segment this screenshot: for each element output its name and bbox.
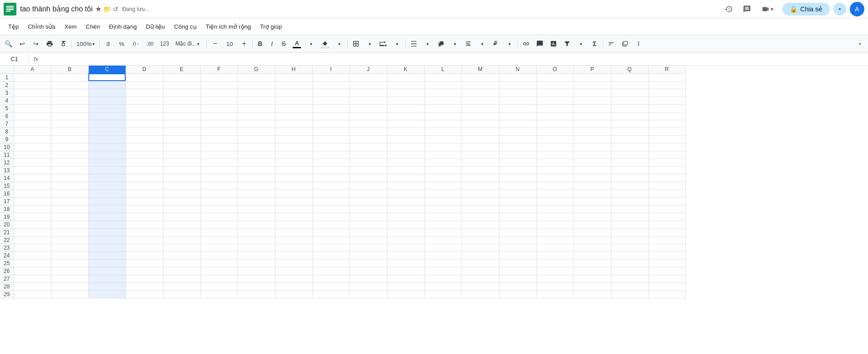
cell-A23[interactable] <box>14 244 51 251</box>
menu-extensions[interactable]: Tiện ích mở rộng <box>201 21 255 32</box>
cell-C10[interactable] <box>88 143 126 151</box>
cell-J14[interactable] <box>350 174 387 182</box>
cell-H1[interactable] <box>275 73 312 81</box>
cell-Q2[interactable] <box>611 81 648 89</box>
cell-C17[interactable] <box>88 197 126 205</box>
cell-O1[interactable] <box>536 73 574 81</box>
cell-P21[interactable] <box>574 228 611 236</box>
cell-P26[interactable] <box>574 267 611 275</box>
cell-O14[interactable] <box>536 174 574 182</box>
cell-A18[interactable] <box>14 205 51 213</box>
cell-H19[interactable] <box>275 213 312 221</box>
cell-I24[interactable] <box>312 251 350 259</box>
cell-O3[interactable] <box>536 89 574 97</box>
cell-C24[interactable] <box>88 251 126 259</box>
redo-btn[interactable]: ↪ <box>30 37 42 50</box>
cell-R26[interactable] <box>648 267 685 275</box>
col-header-P[interactable]: P <box>574 66 611 73</box>
formula-input[interactable] <box>41 55 866 63</box>
row-number-29[interactable]: 29 <box>0 290 14 298</box>
cell-J6[interactable] <box>350 112 387 120</box>
cell-K28[interactable] <box>387 282 424 290</box>
cell-I25[interactable] <box>312 259 350 267</box>
cell-N12[interactable] <box>499 159 536 166</box>
cell-F19[interactable] <box>200 213 238 221</box>
cell-H5[interactable] <box>275 104 312 112</box>
cell-C27[interactable] <box>88 275 126 282</box>
cell-M17[interactable] <box>462 197 499 205</box>
cell-P7[interactable] <box>574 120 611 128</box>
cell-O5[interactable] <box>536 104 574 112</box>
cell-J21[interactable] <box>350 228 387 236</box>
cell-A11[interactable] <box>14 151 51 159</box>
cell-Q21[interactable] <box>611 228 648 236</box>
cell-O9[interactable] <box>536 135 574 143</box>
cell-L2[interactable] <box>424 81 462 89</box>
row-number-8[interactable]: 8 <box>0 128 14 135</box>
cell-H20[interactable] <box>275 221 312 228</box>
row-number-7[interactable]: 7 <box>0 120 14 128</box>
cell-J24[interactable] <box>350 251 387 259</box>
cell-H4[interactable] <box>275 97 312 104</box>
cell-O19[interactable] <box>536 213 574 221</box>
cell-L6[interactable] <box>424 112 462 120</box>
cell-F14[interactable] <box>200 174 238 182</box>
currency-btn[interactable]: đ <box>102 37 114 50</box>
cell-M7[interactable] <box>462 120 499 128</box>
cell-F9[interactable] <box>200 135 238 143</box>
bold-btn[interactable]: B <box>254 37 265 50</box>
cell-D24[interactable] <box>126 251 163 259</box>
cell-K5[interactable] <box>387 104 424 112</box>
cell-A12[interactable] <box>14 159 51 166</box>
cell-M10[interactable] <box>462 143 499 151</box>
cell-Q3[interactable] <box>611 89 648 97</box>
cell-A10[interactable] <box>14 143 51 151</box>
cell-E13[interactable] <box>163 166 200 174</box>
cell-L20[interactable] <box>424 221 462 228</box>
cell-R14[interactable] <box>648 174 685 182</box>
cell-M26[interactable] <box>462 267 499 275</box>
cell-N8[interactable] <box>499 128 536 135</box>
cell-E1[interactable] <box>163 73 200 81</box>
cell-H24[interactable] <box>275 251 312 259</box>
col-header-C[interactable]: C <box>88 66 126 73</box>
cell-G23[interactable] <box>238 244 275 251</box>
cell-M8[interactable] <box>462 128 499 135</box>
cell-C20[interactable] <box>88 221 126 228</box>
avatar[interactable]: A <box>850 2 864 16</box>
cell-C14[interactable] <box>88 174 126 182</box>
row-number-19[interactable]: 19 <box>0 213 14 221</box>
cell-D19[interactable] <box>126 213 163 221</box>
cell-H22[interactable] <box>275 236 312 244</box>
cell-Q17[interactable] <box>611 197 648 205</box>
borders-dropdown[interactable]: ▾ <box>363 37 376 50</box>
cell-C3[interactable] <box>88 89 126 97</box>
cell-F25[interactable] <box>200 259 238 267</box>
cell-F11[interactable] <box>200 151 238 159</box>
cell-B1[interactable] <box>51 73 88 81</box>
cell-B20[interactable] <box>51 221 88 228</box>
cell-A16[interactable] <box>14 190 51 197</box>
cell-M20[interactable] <box>462 221 499 228</box>
corner-cell[interactable] <box>0 66 14 73</box>
cell-O2[interactable] <box>536 81 574 89</box>
meet-btn[interactable]: ▾ <box>758 2 777 16</box>
cell-O21[interactable] <box>536 228 574 236</box>
cell-G26[interactable] <box>238 267 275 275</box>
cell-O25[interactable] <box>536 259 574 267</box>
cell-N6[interactable] <box>499 112 536 120</box>
cell-N29[interactable] <box>499 290 536 298</box>
cell-D22[interactable] <box>126 236 163 244</box>
cell-M1[interactable] <box>462 73 499 81</box>
cell-M19[interactable] <box>462 213 499 221</box>
cell-O22[interactable] <box>536 236 574 244</box>
menu-format[interactable]: Định dạng <box>104 21 141 32</box>
cell-H10[interactable] <box>275 143 312 151</box>
cell-P5[interactable] <box>574 104 611 112</box>
cell-N25[interactable] <box>499 259 536 267</box>
cell-K18[interactable] <box>387 205 424 213</box>
cell-C5[interactable] <box>88 104 126 112</box>
cell-D4[interactable] <box>126 97 163 104</box>
cell-C8[interactable] <box>88 128 126 135</box>
cell-L16[interactable] <box>424 190 462 197</box>
